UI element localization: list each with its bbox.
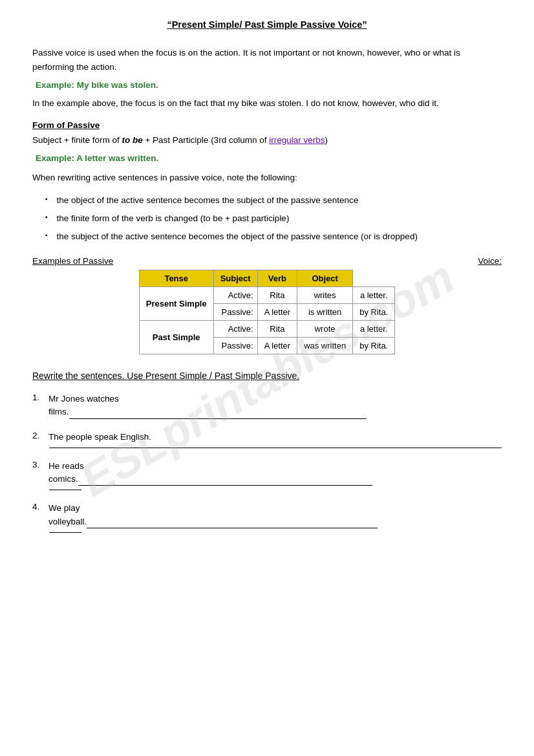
present-passive-type: Passive: <box>213 304 257 321</box>
past-active-type: Active: <box>213 321 257 338</box>
exercise-num-2: 2. <box>32 431 45 440</box>
exercise-row-1: 1. Mr Jones watchesfilms. <box>32 393 502 419</box>
col-verb: Verb <box>257 270 297 287</box>
examples-section: Examples of Passive Voice: Tense Subject… <box>32 256 502 354</box>
examples-header-row: Examples of Passive Voice: <box>32 256 502 266</box>
rewrite-note: When rewriting active sentences in passi… <box>32 171 502 185</box>
present-active-object: a letter. <box>353 287 395 304</box>
present-simple-active-row: Present Simple Active: Rita writes a let… <box>139 287 394 304</box>
table-wrapper: Tense Subject Verb Object Present Simple… <box>32 270 502 354</box>
examples-label: Examples of Passive <box>32 256 113 266</box>
voice-label: Voice: <box>478 256 502 266</box>
past-passive-object: by Rita. <box>353 338 395 354</box>
exercise-text-3: He readscomics. <box>48 460 372 486</box>
formula-line: Subject + finite form of to be + Past Pa… <box>32 133 502 148</box>
short-line-3 <box>49 490 81 490</box>
exercise-row-3: 3. He readscomics. <box>32 460 502 486</box>
exercise-text-4: We playvolleyball. <box>48 502 378 528</box>
past-passive-subject: A letter <box>257 338 297 354</box>
exercise-num-3: 3. <box>32 460 45 470</box>
intro-paragraph1: Passive voice is used when the focus is … <box>32 46 502 74</box>
exercise-num-4: 4. <box>32 502 45 512</box>
past-simple-active-row: Past Simple Active: Rita wrote a letter. <box>139 321 394 338</box>
present-active-type: Active: <box>213 287 257 304</box>
exercise-item-1: 1. Mr Jones watchesfilms. <box>32 393 502 419</box>
present-simple-tense: Present Simple <box>139 287 213 321</box>
col-subject: Subject <box>213 270 257 287</box>
col-tense: Tense <box>139 270 213 287</box>
present-passive-subject: A letter <box>257 304 297 321</box>
exercise-item-4: 4. We playvolleyball. <box>32 502 502 533</box>
exercises-title: Rewrite the sentences. Use Present Simpl… <box>32 371 502 381</box>
page-title: “Present Simple/ Past Simple Passive Voi… <box>32 19 502 30</box>
col-object: Object <box>297 270 353 287</box>
bullet-item-1: the object of the active sentence become… <box>45 193 502 208</box>
exercise-row-2: 2. The people speak English. <box>32 431 502 444</box>
exercises-section: Rewrite the sentences. Use Present Simpl… <box>32 371 502 533</box>
past-passive-type: Passive: <box>213 338 257 354</box>
present-passive-object: by Rita. <box>353 304 395 321</box>
exercise-item-3: 3. He readscomics. <box>32 460 502 491</box>
exercise-text-2: The people speak English. <box>48 431 151 444</box>
past-active-object: a letter. <box>353 321 395 338</box>
example2: Example: A letter was written. <box>36 153 502 163</box>
form-heading: Form of Passive <box>32 120 502 130</box>
intro-paragraph2: In the example above, the focus is on th… <box>32 96 502 111</box>
exercise-row-4: 4. We playvolleyball. <box>32 502 502 528</box>
exercise-text-1: Mr Jones watchesfilms. <box>48 393 367 419</box>
short-line-4 <box>49 532 81 533</box>
past-active-verb: wrote <box>297 321 353 338</box>
bullet-item-2: the finite form of the verb is changed (… <box>45 211 502 226</box>
to-be-text: to be <box>122 135 142 145</box>
answer-line-full-2 <box>49 448 502 448</box>
passive-table: Tense Subject Verb Object Present Simple… <box>139 270 395 354</box>
past-active-subject: Rita <box>257 321 297 338</box>
exercise-num-1: 1. <box>32 393 45 402</box>
exercise-item-2: 2. The people speak English. <box>32 431 502 448</box>
bullet-item-3: the subject of the active sentence becom… <box>45 230 502 244</box>
irregular-verbs-link[interactable]: irregular verbs <box>269 135 325 145</box>
past-simple-tense: Past Simple <box>139 321 213 354</box>
answer-line-2 <box>49 446 502 448</box>
present-passive-verb: is written <box>297 304 353 321</box>
table-header-row: Tense Subject Verb Object <box>139 270 394 287</box>
example1: Example: My bike was stolen. <box>36 80 502 90</box>
bullet-list: the object of the active sentence become… <box>45 193 502 243</box>
present-active-subject: Rita <box>257 287 297 304</box>
present-active-verb: writes <box>297 287 353 304</box>
past-passive-verb: was written <box>297 338 353 354</box>
